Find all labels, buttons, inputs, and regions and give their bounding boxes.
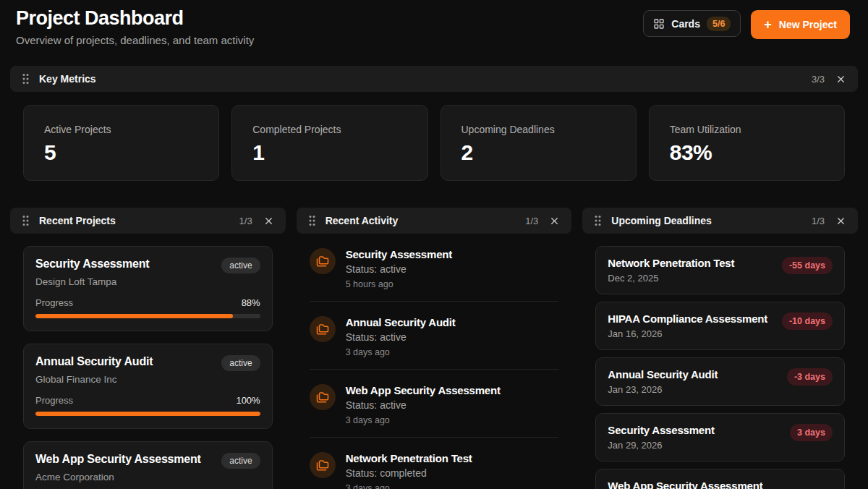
page-subtitle: Overview of projects, deadlines, and tea… (16, 34, 254, 46)
upcoming-deadlines-panel: Upcoming Deadlines 1/3 Network Penetrati… (582, 208, 858, 489)
progress-bar (35, 412, 260, 416)
metric-card-completed-projects: Completed Projects 1 (231, 105, 427, 181)
activity-status: Status: active (346, 263, 452, 275)
progress-label: Progress (35, 297, 73, 308)
recent-projects-count: 1/3 (239, 216, 252, 226)
status-badge: active (221, 355, 260, 371)
project-client: Design Loft Tampa (35, 276, 260, 287)
upcoming-deadlines-count: 1/3 (812, 216, 825, 226)
cards-button-label: Cards (671, 18, 700, 30)
project-name: Annual Security Audit (35, 355, 153, 368)
activity-time: 3 days ago (346, 415, 501, 425)
new-project-button[interactable]: + New Project (751, 10, 850, 39)
folders-icon (310, 316, 336, 342)
recent-projects-header: Recent Projects 1/3 (10, 208, 286, 234)
deadline-date: Jan 16, 2026 (608, 328, 767, 339)
deadline-card[interactable]: Annual Security Audit Jan 23, 2026 -3 da… (595, 357, 845, 406)
days-remaining-badge: -3 days (787, 368, 833, 386)
activity-item[interactable]: Network Penetration Test Status: complet… (310, 437, 559, 489)
recent-activity-list: Security Assessment Status: active 5 hou… (297, 234, 572, 489)
upcoming-deadlines-header: Upcoming Deadlines 1/3 (582, 208, 858, 234)
drag-handle-icon[interactable] (22, 215, 30, 226)
recent-activity-panel: Recent Activity 1/3 Security Assessment … (297, 208, 572, 489)
recent-projects-list: Security Assessment active Design Loft T… (10, 246, 286, 489)
activity-item[interactable]: Web App Security Assessment Status: acti… (310, 369, 559, 437)
deadline-card[interactable]: Security Assessment Jan 29, 2026 3 days (595, 413, 845, 462)
metric-value: 2 (461, 140, 616, 165)
metric-value: 5 (44, 140, 198, 165)
new-project-label: New Project (779, 19, 837, 30)
deadline-date: Dec 2, 2025 (608, 273, 734, 284)
page-heading: Project Dashboard Overview of projects, … (16, 6, 254, 46)
key-metrics-header: Key Metrics 3/3 (10, 66, 858, 92)
deadline-card[interactable]: Web App Security Assessment (595, 469, 845, 489)
folders-icon (310, 248, 336, 274)
close-icon[interactable] (835, 74, 846, 85)
metric-card-upcoming-deadlines: Upcoming Deadlines 2 (441, 105, 637, 181)
days-remaining-badge: -10 days (782, 312, 833, 330)
drag-handle-icon[interactable] (594, 215, 602, 226)
metric-value: 83% (670, 140, 824, 165)
recent-projects-title: Recent Projects (39, 215, 239, 226)
status-badge: active (221, 453, 260, 469)
recent-activity-title: Recent Activity (326, 215, 526, 226)
folders-icon (310, 384, 336, 410)
metric-label: Team Utilization (670, 124, 824, 135)
activity-time: 3 days ago (346, 483, 472, 489)
deadline-name: Network Penetration Test (608, 257, 734, 269)
project-name: Security Assessment (35, 258, 149, 271)
top-bar: Project Dashboard Overview of projects, … (0, 0, 868, 46)
recent-activity-count: 1/3 (525, 216, 538, 226)
project-name: Web App Security Assessment (35, 453, 201, 466)
close-icon[interactable] (549, 216, 560, 226)
grid-icon (653, 18, 665, 30)
activity-name: Annual Security Audit (346, 316, 456, 328)
dashboard-columns: Recent Projects 1/3 Security Assessment … (10, 208, 858, 489)
cards-count-badge: 5/6 (707, 17, 731, 31)
cards-view-button[interactable]: Cards 5/6 (643, 10, 741, 37)
topbar-actions: Cards 5/6 + New Project (643, 10, 850, 39)
metric-card-team-utilization: Team Utilization 83% (649, 105, 845, 181)
metric-value: 1 (252, 140, 407, 165)
activity-name: Security Assessment (346, 248, 452, 260)
folders-icon (310, 452, 336, 478)
deadline-name: Security Assessment (608, 424, 714, 436)
progress-label: Progress (35, 395, 73, 406)
progress-percent: 100% (236, 395, 260, 406)
close-icon[interactable] (263, 216, 274, 226)
deadline-date: Jan 23, 2026 (608, 384, 718, 395)
project-client: Acme Corporation (35, 472, 260, 482)
progress-bar-fill (35, 412, 260, 416)
upcoming-deadlines-title: Upcoming Deadlines (611, 215, 812, 226)
activity-name: Network Penetration Test (346, 452, 472, 464)
key-metrics-count: 3/3 (812, 74, 825, 85)
drag-handle-icon[interactable] (22, 73, 30, 85)
metric-label: Active Projects (44, 124, 198, 135)
recent-activity-header: Recent Activity 1/3 (297, 208, 572, 234)
deadline-name: Web App Security Assessment (608, 480, 762, 489)
deadline-card[interactable]: HIPAA Compliance Assessment Jan 16, 2026… (595, 302, 845, 350)
activity-name: Web App Security Assessment (346, 384, 501, 396)
status-badge: active (221, 258, 260, 273)
metric-label: Completed Projects (252, 124, 407, 135)
activity-item[interactable]: Annual Security Audit Status: active 3 d… (310, 301, 559, 369)
metric-label: Upcoming Deadlines (461, 124, 616, 135)
recent-projects-panel: Recent Projects 1/3 Security Assessment … (10, 208, 286, 489)
drag-handle-icon[interactable] (308, 215, 316, 226)
project-card[interactable]: Security Assessment active Design Loft T… (23, 246, 273, 331)
progress-bar (35, 314, 260, 318)
close-icon[interactable] (835, 216, 846, 226)
deadline-name: Annual Security Audit (608, 368, 718, 380)
progress-bar-fill (35, 314, 233, 318)
project-card[interactable]: Web App Security Assessment active Acme … (23, 441, 273, 489)
days-remaining-badge: 3 days (790, 424, 833, 441)
project-client: Global Finance Inc (35, 374, 260, 385)
deadline-card[interactable]: Network Penetration Test Dec 2, 2025 -55… (595, 246, 845, 294)
activity-item[interactable]: Security Assessment Status: active 5 hou… (310, 234, 559, 301)
upcoming-deadlines-list: Network Penetration Test Dec 2, 2025 -55… (582, 246, 858, 489)
progress-percent: 88% (242, 297, 260, 308)
project-card[interactable]: Annual Security Audit active Global Fina… (23, 344, 273, 429)
key-metrics-panel: Key Metrics 3/3 Active Projects 5 Comple… (10, 66, 858, 181)
activity-time: 3 days ago (346, 347, 456, 357)
key-metrics-title: Key Metrics (39, 73, 812, 85)
